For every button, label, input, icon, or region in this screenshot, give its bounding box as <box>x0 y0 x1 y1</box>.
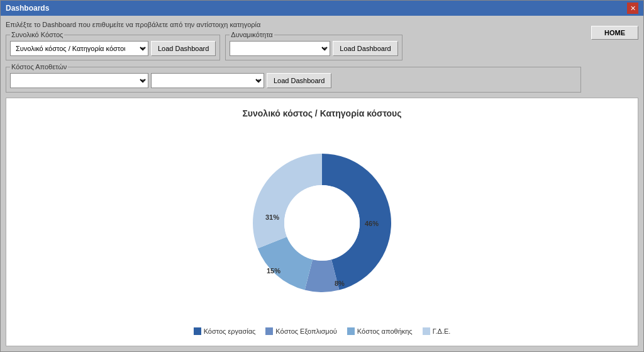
kostos-apotheton-group: Κόστος Αποθετών <box>6 63 581 93</box>
legend-label-apothikis: Κόστος αποθήκης <box>357 327 413 335</box>
close-button[interactable]: ✕ <box>627 3 638 14</box>
svg-point-0 <box>284 185 360 261</box>
sunoliko-load-button[interactable]: Load Dashboard <box>151 41 216 56</box>
home-button[interactable]: HOME <box>591 26 638 40</box>
dynamikotita-load-button[interactable]: Load Dashboard <box>333 41 397 56</box>
svg-text:31%: 31% <box>265 213 279 221</box>
chart-container: Συνολικό κόστος / Κατηγορία κόστους <box>6 98 638 346</box>
legend-color-apothikis <box>347 327 355 335</box>
legend-item-apothikis: Κόστος αποθήκης <box>347 327 413 335</box>
title-bar: Dashboards ✕ <box>1 1 643 16</box>
svg-text:46%: 46% <box>365 220 379 227</box>
legend-color-gde <box>423 327 430 335</box>
donut-chart: 46% 8% 15% 31% <box>221 128 423 317</box>
main-window: Dashboards ✕ Επιλέξτε το Dashboard που ε… <box>0 0 644 352</box>
instruction-text: Επιλέξτε το Dashboard που επιθυμείτε να … <box>6 21 581 28</box>
chart-title: Συνολικό κόστος / Κατηγορία κόστους <box>242 108 401 118</box>
dynamikotita-group: Δυναμικότητα Load Dashboard <box>225 31 402 60</box>
kostos-apotheton-label: Κόστος Αποθετών <box>10 63 68 71</box>
legend-label-gde: Γ.Δ.Ε. <box>433 327 451 335</box>
legend-color-ergasias <box>194 327 201 335</box>
legend-label-exoplismou: Κόστος Εξοπλισμού <box>275 327 337 335</box>
dynamikotita-label: Δυναμικότητα <box>230 31 274 38</box>
window-title: Dashboards <box>6 4 49 13</box>
sunoliko-kostos-dropdown[interactable]: Συνολικό κόστος / Κατηγορία κόστους <box>10 41 148 56</box>
sunoliko-kostos-group: Συνολικό Κόστος Συνολικό κόστος / Κατηγο… <box>6 31 220 60</box>
chart-legend: Κόστος εργασίας Κόστος Εξοπλισμού Κόστος… <box>194 327 451 335</box>
legend-item-gde: Γ.Δ.Ε. <box>423 327 451 335</box>
legend-item-exoplismou: Κόστος Εξοπλισμού <box>265 327 337 335</box>
legend-item-ergasias: Κόστος εργασίας <box>194 327 256 335</box>
dynamikotita-dropdown[interactable] <box>230 41 330 56</box>
svg-text:8%: 8% <box>335 280 345 287</box>
svg-text:15%: 15% <box>267 267 280 275</box>
content-area: Επιλέξτε το Dashboard που επιθυμείτε να … <box>1 16 643 351</box>
legend-color-exoplismou <box>265 327 273 335</box>
kostos-apotheton-dropdown2[interactable] <box>151 73 264 88</box>
legend-label-ergasias: Κόστος εργασίας <box>204 327 256 335</box>
kostos-apotheton-load-button[interactable]: Load Dashboard <box>267 73 331 88</box>
kostos-apotheton-dropdown1[interactable] <box>10 73 148 88</box>
sunoliko-kostos-label: Συνολικό Κόστος <box>10 31 64 38</box>
